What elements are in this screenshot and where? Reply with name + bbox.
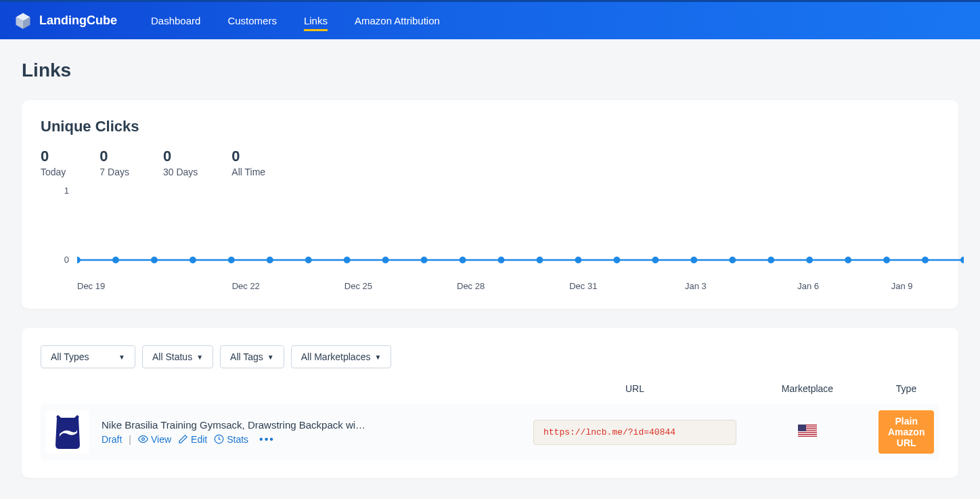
caret-down-icon: ▼ <box>267 353 274 361</box>
separator: | <box>129 434 131 445</box>
svg-point-5 <box>228 257 235 263</box>
stat-alltime: 0 All Time <box>231 148 265 177</box>
links-table-card: All Types ▼ All Status ▼ All Tags ▼ All … <box>22 328 958 478</box>
filter-label: All Tags <box>230 351 263 362</box>
filter-row: All Types ▼ All Status ▼ All Tags ▼ All … <box>41 345 939 368</box>
filter-label: All Status <box>152 351 192 362</box>
clicks-card-title: Unique Clicks <box>41 118 939 135</box>
svg-point-25 <box>142 438 145 441</box>
svg-point-21 <box>845 257 851 263</box>
filter-tags[interactable]: All Tags ▼ <box>220 345 284 368</box>
table-header: URL Marketplace Type <box>41 383 939 404</box>
stat-30days: 0 30 Days <box>163 148 198 177</box>
stat-label: 30 Days <box>163 167 198 177</box>
stats-button[interactable]: Stats <box>214 434 248 445</box>
x-tick: Dec 28 <box>415 281 527 291</box>
svg-point-10 <box>421 257 428 263</box>
x-tick: Jan 3 <box>640 281 752 291</box>
y-tick-0: 0 <box>53 255 69 265</box>
svg-rect-31 <box>798 431 817 432</box>
x-tick: Dec 22 <box>190 281 302 291</box>
svg-point-17 <box>690 257 697 263</box>
filter-label: All Types <box>51 351 89 362</box>
stat-value: 0 <box>231 148 265 165</box>
product-info: Nike Brasilia Training Gymsack, Drawstri… <box>102 419 365 446</box>
caret-down-icon: ▼ <box>196 353 203 361</box>
stat-value: 0 <box>41 148 66 165</box>
col-url-header: URL <box>533 383 736 394</box>
x-tick: Dec 19 <box>77 281 190 291</box>
clicks-card: Unique Clicks 0 Today 0 7 Days 0 30 Days… <box>22 100 958 309</box>
clock-icon <box>214 434 224 444</box>
type-badge[interactable]: Plain Amazon URL <box>878 410 934 454</box>
stat-label: Today <box>41 167 66 177</box>
stat-value: 0 <box>99 148 129 165</box>
filter-types[interactable]: All Types ▼ <box>41 345 135 368</box>
cube-logo-icon <box>14 12 32 30</box>
nav-amazon-attribution[interactable]: Amazon Attribution <box>341 3 453 38</box>
x-tick: Jan 9 <box>864 281 939 291</box>
svg-point-24 <box>960 257 964 263</box>
line-chart[interactable] <box>77 190 964 278</box>
col-type-header: Type <box>878 383 934 394</box>
svg-point-13 <box>537 257 543 263</box>
chart-area: 1 0 Dec 19 Dec 22 Dec 25 Dec 28 Dec 31 J… <box>53 190 939 291</box>
action-label: View <box>151 434 171 445</box>
svg-point-23 <box>922 257 929 263</box>
svg-point-11 <box>460 257 466 263</box>
eye-icon <box>138 434 148 444</box>
svg-point-16 <box>652 257 659 263</box>
svg-point-14 <box>575 257 582 263</box>
stat-value: 0 <box>163 148 198 165</box>
svg-point-22 <box>883 257 890 263</box>
svg-point-12 <box>498 257 505 263</box>
product-thumbnail[interactable] <box>46 410 89 454</box>
stat-7days: 0 7 Days <box>99 148 129 177</box>
product-actions: Draft | View Edit Stats <box>102 433 365 446</box>
filter-status[interactable]: All Status ▼ <box>142 345 213 368</box>
svg-point-19 <box>767 257 774 263</box>
page-body: Links Unique Clicks 0 Today 0 7 Days 0 3… <box>0 39 980 499</box>
x-tick: Dec 25 <box>302 281 414 291</box>
product-name: Nike Brasilia Training Gymsack, Drawstri… <box>102 419 365 431</box>
brand-name: LandingCube <box>39 14 117 28</box>
more-actions-button[interactable]: ••• <box>259 433 275 446</box>
page-title: Links <box>22 60 958 81</box>
filter-label: All Marketplaces <box>301 351 371 362</box>
stats-row: 0 Today 0 7 Days 0 30 Days 0 All Time <box>41 148 939 177</box>
status-badge: Draft <box>102 434 122 445</box>
url-display[interactable]: https://lncb.me/?id=40844 <box>533 420 736 445</box>
filter-marketplaces[interactable]: All Marketplaces ▼ <box>291 345 392 368</box>
x-tick: Jan 6 <box>752 281 864 291</box>
svg-point-6 <box>267 257 273 263</box>
svg-rect-34 <box>798 425 806 431</box>
url-cell: https://lncb.me/?id=40844 <box>533 420 736 445</box>
marketplace-cell <box>736 425 878 439</box>
caret-down-icon: ▼ <box>374 353 381 361</box>
svg-rect-32 <box>798 433 817 434</box>
svg-point-2 <box>112 257 119 263</box>
x-axis-labels: Dec 19 Dec 22 Dec 25 Dec 28 Dec 31 Jan 3… <box>77 281 939 291</box>
y-tick-1: 1 <box>53 186 69 196</box>
nav-customers[interactable]: Customers <box>214 3 290 38</box>
svg-point-15 <box>613 257 620 263</box>
svg-point-7 <box>305 257 312 263</box>
action-label: Stats <box>227 434 248 445</box>
svg-point-18 <box>729 257 736 263</box>
stat-label: 7 Days <box>99 167 129 177</box>
action-label: Edit <box>191 434 207 445</box>
svg-point-1 <box>77 257 81 263</box>
caret-down-icon: ▼ <box>118 353 125 361</box>
type-cell: Plain Amazon URL <box>878 410 934 454</box>
svg-point-9 <box>382 257 389 263</box>
nav-dashboard[interactable]: Dashboard <box>137 3 214 38</box>
table-row: Nike Brasilia Training Gymsack, Drawstri… <box>41 404 939 460</box>
stat-today: 0 Today <box>41 148 66 177</box>
stat-label: All Time <box>231 167 265 177</box>
svg-point-8 <box>344 257 351 263</box>
nav-links[interactable]: Links <box>290 3 341 38</box>
edit-button[interactable]: Edit <box>178 434 207 445</box>
product-cell: Nike Brasilia Training Gymsack, Drawstri… <box>46 410 533 454</box>
brand[interactable]: LandingCube <box>14 12 117 30</box>
view-button[interactable]: View <box>138 434 171 445</box>
